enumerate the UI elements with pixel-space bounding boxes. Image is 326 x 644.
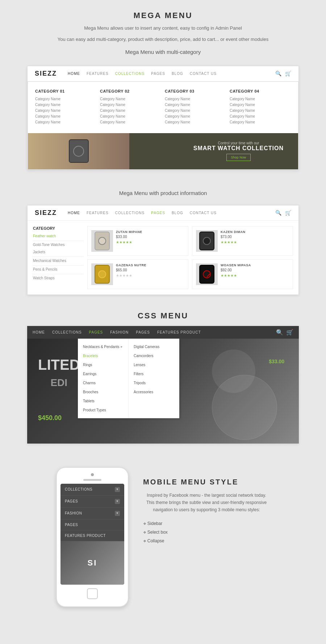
page-wrapper: MEGA MENU Mega Menu allows user to inser… bbox=[0, 0, 326, 632]
phone-menu-fashion[interactable]: FASHION ▼ bbox=[60, 508, 124, 520]
phone-menu-pages2[interactable]: PAGES bbox=[60, 520, 124, 530]
mega-col-4-item-2[interactable]: Category Name bbox=[230, 103, 291, 107]
mega-col-3-item-4[interactable]: Category Name bbox=[165, 114, 226, 118]
dd-brooches[interactable]: Brooches bbox=[78, 387, 128, 397]
dd-digital-cameras[interactable]: Digital Cameras bbox=[129, 342, 179, 351]
mega-col-3: CATEGORY 03 Category Name Category Name … bbox=[165, 89, 226, 126]
nav2-features[interactable]: FEATURES bbox=[87, 211, 109, 215]
phone-home-button[interactable] bbox=[87, 588, 98, 599]
nav2-home[interactable]: HOME bbox=[68, 211, 80, 215]
nav-features[interactable]: FEATURES bbox=[87, 72, 109, 76]
mega-col-title-3: CATEGORY 03 bbox=[165, 89, 226, 93]
product-price-4: $92.00 bbox=[221, 268, 251, 272]
phone-pages-label: PAGES bbox=[65, 499, 78, 503]
mega-col-3-item-1[interactable]: Category Name bbox=[165, 97, 226, 101]
dd-lenses-label: Lenses bbox=[134, 363, 145, 367]
mega-col-1-item-1[interactable]: Category Name bbox=[35, 97, 96, 101]
mega-col-2-item-4[interactable]: Category Name bbox=[100, 114, 161, 118]
mega-col-2-item-2[interactable]: Category Name bbox=[100, 103, 161, 107]
search-icon-2[interactable]: 🔍 bbox=[275, 210, 281, 216]
mega-col-1-item-2[interactable]: Category Name bbox=[35, 103, 96, 107]
cart-icon[interactable]: 🛒 bbox=[285, 71, 291, 76]
dd-accessories[interactable]: Accessories bbox=[129, 387, 179, 397]
css-cart-icon[interactable]: 🛒 bbox=[286, 329, 293, 336]
mega-col-1-item-5[interactable]: Category Name bbox=[35, 120, 96, 124]
mega-col-3-item-2[interactable]: Category Name bbox=[165, 103, 226, 107]
cat-pens[interactable]: Pens & Pencils bbox=[33, 267, 84, 272]
dd-charms[interactable]: Charms bbox=[78, 378, 128, 387]
mobile-style-sidebar: Sidebar bbox=[143, 519, 270, 528]
mobile-description: MOBILE MENU STYLE Inspired by Facebook m… bbox=[143, 467, 270, 545]
nav2-blog[interactable]: BLOG bbox=[172, 211, 183, 215]
mega-col-3-item-3[interactable]: Category Name bbox=[165, 109, 226, 113]
category-col-title: CATEGORY bbox=[33, 226, 84, 230]
phone-screen: COLLECTIONS ▼ PAGES ▼ FASHION ▼ PAGES bbox=[60, 484, 124, 585]
phone-menu-collections[interactable]: COLLECTIONS ▼ bbox=[60, 484, 124, 496]
mega-col-3-item-5[interactable]: Category Name bbox=[165, 120, 226, 124]
mega-col-2-item-1[interactable]: Category Name bbox=[100, 97, 161, 101]
dd-product-types[interactable]: Product Types bbox=[78, 406, 128, 415]
phone-img-section: SI bbox=[60, 541, 124, 585]
phone-mockup: COLLECTIONS ▼ PAGES ▼ FASHION ▼ PAGES bbox=[56, 467, 129, 607]
dd-tripods[interactable]: Tripods bbox=[129, 378, 179, 387]
css-nav: HOME COLLECTIONS PAGES FASHION PAGES FEA… bbox=[27, 326, 299, 339]
dropdown-col1: Necklaces & Pendants ► Bracelets Rings E… bbox=[78, 339, 129, 418]
dd-camcorders[interactable]: Camcorders bbox=[129, 351, 179, 360]
nav-collections[interactable]: COLLECTIONS bbox=[115, 72, 145, 76]
dd-filters[interactable]: Filters bbox=[129, 369, 179, 378]
cat-mechanical[interactable]: Mechanical Watches bbox=[33, 258, 84, 263]
nav2-contact[interactable]: CONTACT US bbox=[190, 211, 217, 215]
dd-tablets[interactable]: Tablets bbox=[78, 397, 128, 406]
phone-collections-label: COLLECTIONS bbox=[65, 487, 92, 491]
dd-filters-label: Filters bbox=[134, 372, 143, 376]
nav-home[interactable]: HOME bbox=[68, 72, 80, 76]
cart-icon-2[interactable]: 🛒 bbox=[285, 210, 291, 216]
mobile-style-collapse: Collapse bbox=[143, 537, 270, 545]
mega-col-4-item-4[interactable]: Category Name bbox=[230, 114, 291, 118]
cat-watch-straps[interactable]: Watch Straps bbox=[33, 275, 84, 281]
nav2-pages[interactable]: PAGES bbox=[151, 211, 165, 215]
mobile-desc-text: Inspired by Facebook menu - the largest … bbox=[143, 492, 270, 514]
css-nav-home[interactable]: HOME bbox=[33, 330, 45, 334]
nav-contact[interactable]: CONTACT US bbox=[190, 72, 217, 76]
nav-pages[interactable]: PAGES bbox=[151, 72, 165, 76]
phone-chevron-fashion: ▼ bbox=[115, 511, 120, 516]
phone-speaker bbox=[83, 479, 101, 481]
dd-lenses[interactable]: Lenses bbox=[129, 360, 179, 369]
css-nav-pages2[interactable]: PAGES bbox=[136, 330, 150, 334]
mega-col-4-item-3[interactable]: Category Name bbox=[230, 109, 291, 113]
cat-jackets[interactable]: Jackets bbox=[33, 249, 84, 255]
nav2-collections[interactable]: COLLECTIONS bbox=[115, 211, 145, 215]
description-2: You can easy add multi-category, product… bbox=[54, 36, 272, 43]
mega-col-4-item-5[interactable]: Category Name bbox=[230, 120, 291, 124]
dd-earrings[interactable]: Earrings bbox=[78, 369, 128, 378]
product-price-3: $65.00 bbox=[116, 268, 146, 272]
shop-now-button[interactable]: Shop Now bbox=[226, 154, 251, 161]
nav-blog[interactable]: BLOG bbox=[172, 72, 183, 76]
cat-feather-watch[interactable]: Feather watch bbox=[33, 233, 84, 239]
mega-col-1-item-3[interactable]: Category Name bbox=[35, 109, 96, 113]
mega-col-1-item-4[interactable]: Category Name bbox=[35, 114, 96, 118]
css-nav-fashion[interactable]: FASHION bbox=[110, 330, 129, 334]
dd-bracelets[interactable]: Bracelets bbox=[78, 351, 128, 360]
mega-col-2-item-3[interactable]: Category Name bbox=[100, 109, 161, 113]
dd-necklaces[interactable]: Necklaces & Pendants ► bbox=[78, 342, 128, 351]
dd-digital-cameras-label: Digital Cameras bbox=[134, 345, 159, 349]
search-icon[interactable]: 🔍 bbox=[275, 71, 281, 76]
css-search-icon[interactable]: 🔍 bbox=[276, 329, 283, 336]
mega-col-title-2: CATEGORY 02 bbox=[100, 89, 161, 93]
dd-accessories-label: Accessories bbox=[134, 390, 153, 394]
mega-col-4-item-1[interactable]: Category Name bbox=[230, 97, 291, 101]
phone-menu-pages[interactable]: PAGES ▼ bbox=[60, 496, 124, 508]
css-nav-features[interactable]: FEATURES PRODUCT bbox=[157, 330, 201, 334]
cat-gold-tone[interactable]: Gold-Tone Watches bbox=[33, 242, 84, 247]
css-dropdown: Necklaces & Pendants ► Bracelets Rings E… bbox=[78, 339, 179, 418]
mega-col-2-item-5[interactable]: Category Name bbox=[100, 120, 161, 124]
phone-menu-features[interactable]: FEATURES PRODUCT bbox=[60, 530, 124, 541]
mega-col-2: CATEGORY 02 Category Name Category Name … bbox=[100, 89, 161, 126]
css-nav-collections[interactable]: COLLECTIONS bbox=[52, 330, 82, 334]
phone-outer: COLLECTIONS ▼ PAGES ▼ FASHION ▼ PAGES bbox=[56, 467, 129, 607]
dd-rings[interactable]: Rings bbox=[78, 360, 128, 369]
css-nav-pages[interactable]: PAGES bbox=[89, 330, 103, 334]
product-name-3: GAZENAS NUTRE bbox=[116, 263, 146, 267]
